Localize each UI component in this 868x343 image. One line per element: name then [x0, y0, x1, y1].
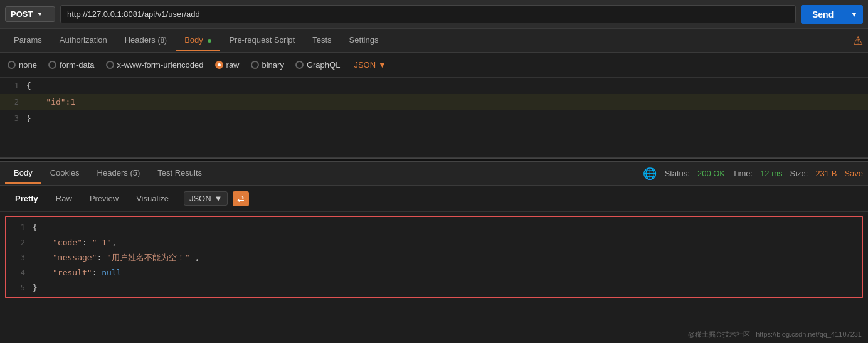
tab-settings[interactable]: Settings: [341, 30, 388, 51]
resp-body-line-5: 5 }: [6, 280, 862, 295]
sub-tab-raw[interactable]: Raw: [48, 191, 80, 206]
response-code-block: 1 { 2 "code": "-1", 3 "message": "用户姓名不能…: [5, 216, 863, 298]
send-dropdown-button[interactable]: ▼: [845, 5, 863, 24]
response-status-area: 🌐 Status: 200 OK Time: 12 ms Size: 231 B…: [643, 167, 863, 181]
watermark-url: https://blog.csdn.net/qq_41107231: [756, 330, 862, 338]
radio-urlencoded[interactable]: x-www-form-urlencoded: [106, 60, 204, 70]
radio-form-data[interactable]: form-data: [48, 60, 95, 70]
resp-tab-body[interactable]: Body: [5, 163, 41, 184]
request-tabs-row: Params Authorization Headers (8) Body Pr…: [0, 29, 868, 53]
resp-json-chevron-icon: ▼: [214, 194, 223, 203]
method-chevron-icon: ▼: [36, 11, 43, 18]
radio-graphql[interactable]: GraphQL: [295, 60, 340, 70]
body-type-row: none form-data x-www-form-urlencoded raw…: [0, 53, 868, 78]
method-label: POST: [11, 9, 33, 19]
resp-tab-cookies[interactable]: Cookies: [41, 163, 88, 184]
radio-form-data-circle: [48, 61, 56, 69]
size-label: Size:: [790, 169, 808, 178]
sub-tab-preview[interactable]: Preview: [82, 191, 126, 206]
request-code-editor[interactable]: 1 { 2 "id":1 3 }: [0, 78, 868, 158]
radio-graphql-circle: [295, 61, 304, 69]
sub-tab-pretty[interactable]: Pretty: [8, 191, 46, 206]
tab-authorization[interactable]: Authorization: [51, 30, 116, 51]
url-input[interactable]: [60, 5, 796, 23]
watermark-community: @稀土掘金技术社区: [688, 330, 750, 338]
json-type-selector[interactable]: JSON ▼: [354, 60, 386, 70]
json-chevron-icon: ▼: [378, 60, 386, 70]
resp-body-line-3: 3 "message": "用户姓名不能为空！" ,: [6, 250, 862, 265]
wrap-icon[interactable]: ⇄: [233, 191, 249, 206]
globe-icon: 🌐: [643, 167, 657, 181]
req-line-2: 2 "id":1: [0, 94, 868, 110]
radio-none-circle: [8, 61, 16, 69]
tab-params[interactable]: Params: [5, 30, 51, 51]
body-dot: [208, 39, 211, 43]
radio-binary-circle: [251, 61, 259, 69]
req-line-3: 3 }: [0, 110, 868, 127]
headers-badge: (8): [157, 36, 167, 45]
response-tabs-row: Body Cookies Headers (5) Test Results 🌐 …: [0, 162, 868, 186]
send-button[interactable]: Send: [801, 5, 845, 24]
cookie-warning-icon: ⚠: [853, 34, 863, 48]
tab-body[interactable]: Body: [176, 30, 220, 51]
method-select[interactable]: POST ▼: [5, 6, 55, 22]
radio-raw-circle: [215, 61, 223, 69]
response-body: 1 { 2 "code": "-1", 3 "message": "用户姓名不能…: [0, 212, 868, 343]
status-label: Status:: [664, 169, 689, 178]
resp-json-type-selector[interactable]: JSON ▼: [184, 191, 228, 206]
time-label: Time:: [733, 169, 753, 178]
tab-pre-request[interactable]: Pre-request Script: [220, 30, 304, 51]
sub-tab-visualize[interactable]: Visualize: [129, 191, 176, 206]
resp-body-line-2: 2 "code": "-1",: [6, 235, 862, 250]
response-subtabs: Pretty Raw Preview Visualize JSON ▼ ⇄: [0, 186, 868, 212]
req-line-1: 1 {: [0, 78, 868, 94]
status-value: 200 OK: [697, 169, 725, 178]
send-group: Send ▼: [801, 5, 863, 24]
resp-tab-test-results[interactable]: Test Results: [149, 163, 211, 184]
save-button[interactable]: Save: [844, 169, 863, 178]
tab-headers[interactable]: Headers (8): [116, 30, 176, 51]
resp-tab-headers[interactable]: Headers (5): [88, 163, 149, 184]
radio-binary[interactable]: binary: [251, 60, 284, 70]
resp-body-line-4: 4 "result": null: [6, 265, 862, 280]
tab-tests[interactable]: Tests: [304, 30, 340, 51]
footer-watermark: @稀土掘金技术社区 https://blog.csdn.net/qq_41107…: [688, 330, 862, 339]
radio-urlencoded-circle: [106, 61, 114, 69]
radio-raw[interactable]: raw: [215, 60, 240, 70]
resp-body-line-1: 1 {: [6, 219, 862, 235]
url-bar: POST ▼ Send ▼: [0, 0, 868, 29]
radio-none[interactable]: none: [8, 60, 37, 70]
size-value: 231 B: [815, 169, 837, 178]
time-value: 12 ms: [760, 169, 782, 178]
